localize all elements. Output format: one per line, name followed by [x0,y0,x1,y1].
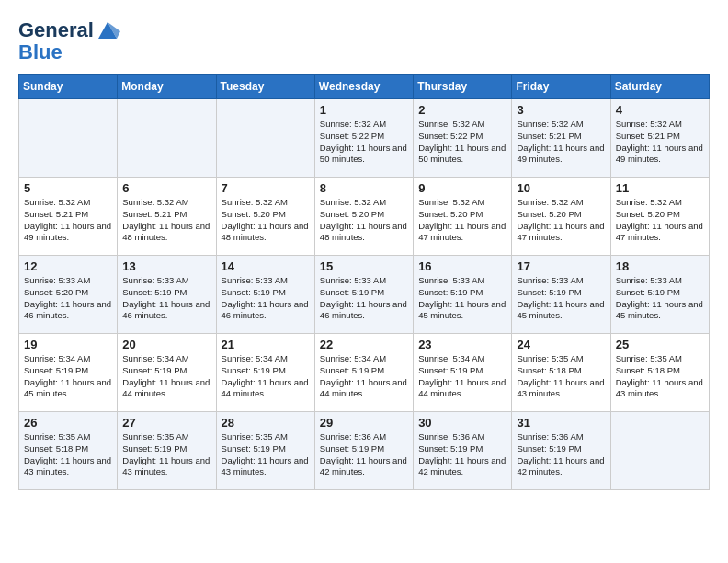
calendar-cell: 6Sunrise: 5:32 AM Sunset: 5:21 PM Daylig… [118,178,216,256]
calendar-cell: 1Sunrise: 5:32 AM Sunset: 5:22 PM Daylig… [314,99,413,178]
day-number: 14 [222,259,310,273]
calendar-cell: 11Sunrise: 5:32 AM Sunset: 5:20 PM Dayli… [610,178,709,256]
day-number: 4 [616,103,704,117]
day-number: 24 [517,338,605,351]
cell-content: Sunrise: 5:34 AM Sunset: 5:19 PM Dayligh… [320,353,408,400]
calendar-cell: 4Sunrise: 5:32 AM Sunset: 5:21 PM Daylig… [610,99,709,178]
logo: General Blue [18,18,121,64]
calendar-cell: 16Sunrise: 5:33 AM Sunset: 5:19 PM Dayli… [414,256,512,334]
calendar-cell: 27Sunrise: 5:35 AM Sunset: 5:19 PM Dayli… [118,412,216,490]
day-number: 11 [616,181,704,195]
cell-content: Sunrise: 5:35 AM Sunset: 5:18 PM Dayligh… [517,353,605,400]
cell-content: Sunrise: 5:34 AM Sunset: 5:19 PM Dayligh… [24,353,112,400]
day-number: 25 [616,338,704,351]
day-number: 27 [122,416,210,430]
calendar-cell: 5Sunrise: 5:32 AM Sunset: 5:21 PM Daylig… [19,178,118,256]
calendar-cell: 12Sunrise: 5:33 AM Sunset: 5:20 PM Dayli… [19,256,118,334]
day-number: 13 [122,259,210,273]
day-number: 28 [222,416,310,430]
calendar-cell: 28Sunrise: 5:35 AM Sunset: 5:19 PM Dayli… [216,412,314,490]
day-number: 9 [418,181,506,195]
calendar-table: SundayMondayTuesdayWednesdayThursdayFrid… [18,74,710,490]
calendar-cell: 19Sunrise: 5:34 AM Sunset: 5:19 PM Dayli… [19,334,118,412]
cell-content: Sunrise: 5:34 AM Sunset: 5:19 PM Dayligh… [122,353,210,400]
calendar-cell: 7Sunrise: 5:32 AM Sunset: 5:20 PM Daylig… [216,178,314,256]
calendar-cell: 15Sunrise: 5:33 AM Sunset: 5:19 PM Dayli… [314,256,413,334]
cell-content: Sunrise: 5:32 AM Sunset: 5:20 PM Dayligh… [222,197,310,244]
day-number: 2 [418,103,506,117]
col-header-tuesday: Tuesday [216,75,314,99]
cell-content: Sunrise: 5:32 AM Sunset: 5:21 PM Dayligh… [122,197,210,244]
cell-content: Sunrise: 5:36 AM Sunset: 5:19 PM Dayligh… [418,431,506,478]
cell-content: Sunrise: 5:32 AM Sunset: 5:20 PM Dayligh… [320,197,408,244]
calendar-cell: 29Sunrise: 5:36 AM Sunset: 5:19 PM Dayli… [314,412,413,490]
day-number: 6 [122,181,210,195]
calendar-cell [216,99,314,178]
cell-content: Sunrise: 5:33 AM Sunset: 5:20 PM Dayligh… [24,275,112,322]
day-number: 15 [320,259,408,273]
day-number: 10 [517,181,605,195]
col-header-thursday: Thursday [414,75,512,99]
cell-content: Sunrise: 5:32 AM Sunset: 5:22 PM Dayligh… [418,119,506,166]
col-header-monday: Monday [118,75,216,99]
col-header-wednesday: Wednesday [314,75,413,99]
calendar-cell: 2Sunrise: 5:32 AM Sunset: 5:22 PM Daylig… [414,99,512,178]
day-number: 17 [517,259,605,273]
cell-content: Sunrise: 5:32 AM Sunset: 5:20 PM Dayligh… [418,197,506,244]
cell-content: Sunrise: 5:36 AM Sunset: 5:19 PM Dayligh… [320,431,408,478]
calendar-cell: 17Sunrise: 5:33 AM Sunset: 5:19 PM Dayli… [512,256,610,334]
day-number: 21 [222,338,310,351]
day-number: 7 [222,181,310,195]
calendar-cell: 13Sunrise: 5:33 AM Sunset: 5:19 PM Dayli… [118,256,216,334]
day-number: 16 [418,259,506,273]
col-header-sunday: Sunday [19,75,118,99]
day-number: 12 [24,259,112,273]
cell-content: Sunrise: 5:34 AM Sunset: 5:19 PM Dayligh… [418,353,506,400]
day-number: 19 [24,338,112,351]
week-row-5: 26Sunrise: 5:35 AM Sunset: 5:18 PM Dayli… [19,412,710,490]
cell-content: Sunrise: 5:32 AM Sunset: 5:20 PM Dayligh… [616,197,704,244]
cell-content: Sunrise: 5:33 AM Sunset: 5:19 PM Dayligh… [122,275,210,322]
week-row-4: 19Sunrise: 5:34 AM Sunset: 5:19 PM Dayli… [19,334,710,412]
calendar-cell: 21Sunrise: 5:34 AM Sunset: 5:19 PM Dayli… [216,334,314,412]
week-row-2: 5Sunrise: 5:32 AM Sunset: 5:21 PM Daylig… [19,178,710,256]
day-number: 5 [24,181,112,195]
day-number: 29 [320,416,408,430]
calendar-cell: 23Sunrise: 5:34 AM Sunset: 5:19 PM Dayli… [414,334,512,412]
cell-content: Sunrise: 5:34 AM Sunset: 5:19 PM Dayligh… [222,353,310,400]
calendar-cell [118,99,216,178]
cell-content: Sunrise: 5:36 AM Sunset: 5:19 PM Dayligh… [517,431,605,478]
cell-content: Sunrise: 5:35 AM Sunset: 5:18 PM Dayligh… [616,353,704,400]
day-number: 8 [320,181,408,195]
day-number: 3 [517,103,605,117]
page-header: General Blue [18,18,710,64]
calendar-cell: 24Sunrise: 5:35 AM Sunset: 5:18 PM Dayli… [512,334,610,412]
calendar-cell: 22Sunrise: 5:34 AM Sunset: 5:19 PM Dayli… [314,334,413,412]
calendar-cell: 3Sunrise: 5:32 AM Sunset: 5:21 PM Daylig… [512,99,610,178]
calendar-cell: 30Sunrise: 5:36 AM Sunset: 5:19 PM Dayli… [414,412,512,490]
day-number: 30 [418,416,506,430]
cell-content: Sunrise: 5:33 AM Sunset: 5:19 PM Dayligh… [616,275,704,322]
calendar-cell: 14Sunrise: 5:33 AM Sunset: 5:19 PM Dayli… [216,256,314,334]
cell-content: Sunrise: 5:35 AM Sunset: 5:18 PM Dayligh… [24,431,112,478]
day-number: 18 [616,259,704,273]
day-number: 20 [122,338,210,351]
calendar-cell: 25Sunrise: 5:35 AM Sunset: 5:18 PM Dayli… [610,334,709,412]
calendar-cell: 9Sunrise: 5:32 AM Sunset: 5:20 PM Daylig… [414,178,512,256]
cell-content: Sunrise: 5:33 AM Sunset: 5:19 PM Dayligh… [517,275,605,322]
cell-content: Sunrise: 5:35 AM Sunset: 5:19 PM Dayligh… [122,431,210,478]
cell-content: Sunrise: 5:33 AM Sunset: 5:19 PM Dayligh… [418,275,506,322]
calendar-cell: 8Sunrise: 5:32 AM Sunset: 5:20 PM Daylig… [314,178,413,256]
calendar-cell: 26Sunrise: 5:35 AM Sunset: 5:18 PM Dayli… [19,412,118,490]
header-row: SundayMondayTuesdayWednesdayThursdayFrid… [19,75,710,99]
calendar-cell [610,412,709,490]
cell-content: Sunrise: 5:32 AM Sunset: 5:22 PM Dayligh… [320,119,408,166]
day-number: 26 [24,416,112,430]
week-row-1: 1Sunrise: 5:32 AM Sunset: 5:22 PM Daylig… [19,99,710,178]
cell-content: Sunrise: 5:35 AM Sunset: 5:19 PM Dayligh… [222,431,310,478]
calendar-cell: 10Sunrise: 5:32 AM Sunset: 5:20 PM Dayli… [512,178,610,256]
col-header-friday: Friday [512,75,610,99]
day-number: 1 [320,103,408,117]
cell-content: Sunrise: 5:33 AM Sunset: 5:19 PM Dayligh… [320,275,408,322]
calendar-cell [19,99,118,178]
